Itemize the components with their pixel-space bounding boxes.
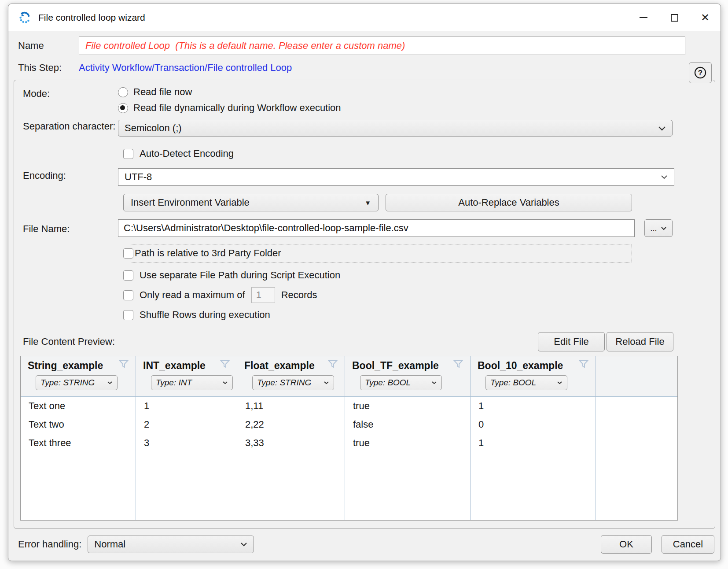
separation-value: Semicolon (;) bbox=[125, 122, 182, 134]
chevron-down-icon bbox=[557, 381, 563, 384]
chevron-down-icon bbox=[222, 381, 228, 384]
table-cell[interactable]: 3,33 bbox=[237, 434, 345, 452]
maximize-button[interactable] bbox=[659, 4, 690, 31]
table-cell[interactable]: Text one bbox=[21, 397, 136, 415]
shuffle-rows-row[interactable]: Shuffle Rows during execution bbox=[123, 309, 715, 321]
separate-path-checkbox[interactable] bbox=[123, 270, 133, 281]
column-title: Float_example bbox=[244, 360, 315, 371]
name-label: Name bbox=[18, 40, 79, 52]
env-buttons-row: Insert Environment Variable ▼ Auto-Repla… bbox=[123, 194, 632, 211]
filter-funnel-icon[interactable] bbox=[119, 360, 129, 369]
table-cell[interactable]: 1 bbox=[136, 397, 237, 415]
path-relative-row[interactable]: Path is relative to 3rd Party Folder bbox=[123, 244, 632, 262]
table-cell[interactable]: Text two bbox=[21, 415, 136, 434]
table-cell[interactable]: 1 bbox=[471, 397, 596, 415]
radio-circle bbox=[118, 87, 128, 97]
table-cell[interactable]: 0 bbox=[471, 415, 596, 434]
column-type-value: Type: STRING bbox=[257, 378, 311, 388]
filter-funnel-icon[interactable] bbox=[328, 360, 338, 369]
column-type-select[interactable]: Type: INT bbox=[151, 375, 233, 390]
name-input[interactable] bbox=[79, 37, 685, 55]
column-type-value: Type: BOOL bbox=[365, 378, 411, 388]
radio-read-file-now[interactable]: Read file now bbox=[118, 86, 341, 98]
table-cell[interactable]: 1 bbox=[471, 434, 596, 452]
filter-funnel-icon[interactable] bbox=[453, 360, 463, 369]
column-header[interactable]: Bool_TF_example Type: BOOL bbox=[345, 356, 470, 397]
separation-select[interactable]: Semicolon (;) bbox=[118, 120, 673, 137]
auto-replace-label: Auto-Replace Variables bbox=[458, 197, 559, 208]
ok-button[interactable]: OK bbox=[601, 535, 652, 554]
table-cell[interactable]: Text three bbox=[21, 434, 136, 452]
max-records-checkbox[interactable] bbox=[123, 290, 133, 300]
insert-env-variable-button[interactable]: Insert Environment Variable ▼ bbox=[123, 194, 379, 211]
separation-row: Separation character: Semicolon (;) bbox=[18, 119, 715, 137]
reload-file-label: Reload File bbox=[615, 336, 664, 347]
error-handling-value: Normal bbox=[94, 539, 125, 550]
column-type-select[interactable]: Type: BOOL bbox=[360, 375, 442, 390]
table-cell[interactable]: 2 bbox=[136, 415, 237, 434]
column-type-select[interactable]: Type: BOOL bbox=[485, 375, 567, 390]
column-header[interactable]: String_example Type: STRING bbox=[21, 356, 136, 397]
auto-detect-encoding-row[interactable]: Auto-Detect Encoding bbox=[123, 148, 715, 159]
table-cell[interactable]: 2,22 bbox=[237, 415, 345, 434]
file-name-label: File Name: bbox=[18, 222, 118, 235]
chevron-down-icon bbox=[658, 126, 666, 131]
reload-file-button[interactable]: Reload File bbox=[607, 332, 673, 351]
window-controls: ✕ bbox=[628, 4, 721, 31]
auto-detect-checkbox[interactable] bbox=[123, 149, 133, 159]
minimize-button[interactable] bbox=[628, 4, 659, 31]
column-type-select[interactable]: Type: STRING bbox=[36, 375, 118, 390]
encoding-label: Encoding: bbox=[18, 168, 118, 186]
chevron-down-icon bbox=[661, 175, 668, 179]
filter-funnel-icon[interactable] bbox=[220, 360, 230, 369]
edit-file-button[interactable]: Edit File bbox=[538, 332, 605, 351]
filter-funnel-icon[interactable] bbox=[579, 360, 588, 369]
mode-label: Mode: bbox=[18, 86, 118, 114]
app-loop-icon bbox=[18, 11, 31, 24]
chevron-down-icon bbox=[240, 542, 247, 547]
help-button[interactable]: ? bbox=[689, 62, 712, 83]
table-cell[interactable]: false bbox=[345, 415, 470, 434]
browse-file-button[interactable]: ... bbox=[644, 219, 673, 237]
chevron-down-icon bbox=[324, 381, 329, 384]
close-button[interactable]: ✕ bbox=[690, 4, 721, 31]
cancel-button[interactable]: Cancel bbox=[662, 535, 714, 554]
separate-path-row[interactable]: Use separate File Path during Script Exe… bbox=[123, 270, 715, 281]
this-step-link[interactable]: Activity Workflow/Transaction/File contr… bbox=[79, 62, 292, 74]
max-records-row[interactable]: Only read a maximum of Records bbox=[123, 287, 715, 303]
column-header[interactable]: INT_example Type: INT bbox=[136, 356, 237, 397]
column-header[interactable]: Float_example Type: STRING bbox=[237, 356, 345, 397]
encoding-combo[interactable]: UTF-8 bbox=[118, 168, 674, 186]
table-cell[interactable]: 1,11 bbox=[237, 397, 345, 415]
column-type-value: Type: BOOL bbox=[490, 378, 536, 388]
column-title: String_example bbox=[28, 360, 103, 371]
column-header[interactable]: Bool_10_example Type: BOOL bbox=[471, 356, 596, 397]
column-bool-tf-example: Bool_TF_example Type: BOOL true false tr… bbox=[345, 356, 471, 520]
file-content-preview-table: String_example Type: STRING Text one Tex… bbox=[20, 356, 678, 521]
encoding-value: UTF-8 bbox=[125, 171, 152, 183]
max-records-input[interactable] bbox=[251, 287, 275, 303]
separate-path-label: Use separate File Path during Script Exe… bbox=[140, 270, 340, 281]
radio-read-dynamically[interactable]: Read file dynamically during Workflow ex… bbox=[118, 102, 341, 114]
help-icon: ? bbox=[694, 66, 707, 79]
table-cell[interactable]: 3 bbox=[136, 434, 237, 452]
close-icon: ✕ bbox=[701, 12, 710, 23]
this-step-row: This Step: Activity Workflow/Transaction… bbox=[18, 62, 685, 74]
table-cell[interactable]: true bbox=[345, 397, 470, 415]
max-records-label-before: Only read a maximum of bbox=[140, 289, 245, 301]
auto-replace-variables-button[interactable]: Auto-Replace Variables bbox=[386, 194, 632, 211]
error-handling-select[interactable]: Normal bbox=[88, 536, 254, 553]
title-bar: File controlled loop wizard ✕ bbox=[8, 4, 721, 31]
radio-circle-checked bbox=[118, 103, 128, 113]
file-path-input[interactable] bbox=[118, 219, 635, 237]
column-float-example: Float_example Type: STRING 1,11 2,22 3,3… bbox=[237, 356, 345, 520]
column-string-example: String_example Type: STRING Text one Tex… bbox=[21, 356, 136, 520]
max-records-label-after: Records bbox=[281, 289, 317, 301]
error-handling-label: Error handling: bbox=[15, 539, 81, 550]
window-title: File controlled loop wizard bbox=[38, 12, 145, 23]
path-relative-checkbox[interactable] bbox=[123, 248, 133, 259]
shuffle-rows-checkbox[interactable] bbox=[123, 310, 133, 320]
table-cell[interactable]: true bbox=[345, 434, 470, 452]
column-type-select[interactable]: Type: STRING bbox=[252, 375, 334, 390]
chevron-down-icon bbox=[107, 381, 113, 384]
